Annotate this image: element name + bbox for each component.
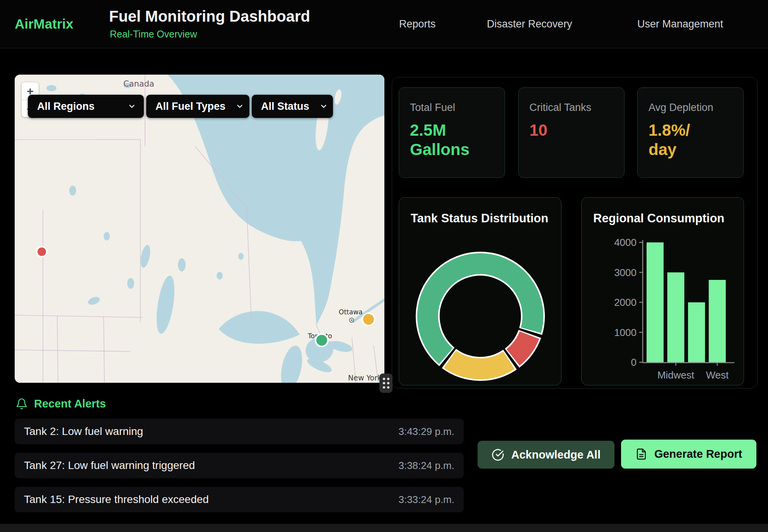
bar-0	[647, 242, 664, 362]
map-lake	[69, 186, 76, 196]
stat-value-line1: 2.5M	[410, 121, 505, 140]
bar-1	[667, 273, 684, 363]
alert-time: 3:43:29 p.m.	[398, 426, 454, 438]
bar-xtick-label: West	[706, 369, 729, 381]
filter-regions-value: All Regions	[37, 101, 95, 113]
donut-chart-title: Tank Status Distribution	[411, 211, 548, 225]
bar-chart-title: Regional Consumption	[593, 211, 724, 225]
bar-ytick-label: 4000	[614, 237, 637, 248]
stat-value-line2: day	[649, 140, 743, 159]
map-label-canada: Canada	[123, 79, 154, 89]
alert-row[interactable]: Tank 15: Pressure threshold exceeded 3:3…	[15, 487, 464, 512]
map-marker-critical[interactable]	[37, 247, 47, 257]
page-subtitle: Real-Time Overview	[110, 29, 197, 40]
alert-time: 3:33:24 p.m.	[398, 494, 454, 506]
filter-regions-dropdown[interactable]: All Regions	[28, 95, 144, 118]
map-lake	[238, 253, 244, 260]
nav-disaster-recovery[interactable]: Disaster Recovery	[487, 0, 572, 48]
check-circle-icon	[492, 448, 504, 461]
bar-ytick-label: 0	[631, 356, 637, 368]
filter-fueltypes-dropdown[interactable]: All Fuel Types	[146, 95, 249, 118]
stat-card-total-fuel: Total Fuel 2.5M Gallons	[399, 87, 505, 178]
stat-value-line1: 10	[529, 121, 624, 140]
alert-message: Tank 2: Low fuel warning	[24, 425, 143, 438]
map-lake	[217, 272, 223, 280]
stat-label: Avg Depletion	[649, 102, 743, 114]
map-lake	[104, 232, 110, 240]
map-resize-handle[interactable]	[379, 373, 393, 393]
generate-report-label: Generate Report	[654, 448, 742, 460]
bar-ytick-label: 2000	[614, 297, 637, 308]
bell-icon	[15, 398, 28, 410]
metrics-panel: Total Fuel 2.5M Gallons Critical Tanks 1…	[392, 77, 758, 389]
bar-ytick-label: 1000	[614, 327, 637, 338]
stat-card-avg-depletion: Avg Depletion 1.8%/ day	[637, 87, 744, 178]
stat-value-line2: Gallons	[410, 140, 505, 159]
map-label-ottawa: Ottawa	[339, 308, 362, 316]
chevron-down-icon	[319, 102, 328, 111]
dashboard-page: AirMatrix Fuel Monitoring Dashboard Real…	[0, 0, 768, 532]
map-filters: All Regions All Fuel Types All Status	[28, 95, 333, 118]
bar-ytick-label: 3000	[614, 267, 637, 278]
donut-chart-card: Tank Status Distribution	[399, 197, 561, 385]
acknowledge-all-label: Acknowledge All	[511, 448, 601, 461]
map-canvas[interactable]: Canada Ottawa Toronto New York	[15, 75, 384, 383]
chevron-down-icon	[236, 102, 244, 111]
map-panel[interactable]: Canada Ottawa Toronto New York + − All R…	[15, 75, 384, 383]
donut-segment-warning	[450, 359, 509, 369]
page-title: Fuel Monitoring Dashboard	[109, 8, 310, 25]
bar-xtick-label: Midwest	[657, 369, 695, 381]
bottom-bar	[0, 524, 768, 532]
map-marker-warning[interactable]	[362, 313, 375, 326]
tank-status-donut-chart	[399, 198, 562, 386]
map-city-dot-inner	[351, 319, 352, 321]
alert-row[interactable]: Tank 27: Low fuel warning triggered 3:38…	[15, 453, 464, 478]
alert-message: Tank 15: Pressure threshold exceeded	[24, 493, 209, 506]
nav-user-management[interactable]: User Management	[637, 0, 723, 48]
stat-label: Critical Tanks	[529, 102, 624, 114]
stat-value-line1: 1.8%/	[649, 121, 743, 140]
acknowledge-all-button[interactable]: Acknowledge All	[478, 441, 614, 469]
alerts-title: Recent Alerts	[34, 397, 106, 410]
alert-row[interactable]: Tank 2: Low fuel warning 3:43:29 p.m.	[15, 419, 464, 444]
map-label-newyork: New York	[348, 373, 382, 382]
stat-label: Total Fuel	[410, 102, 505, 114]
filter-fueltypes-value: All Fuel Types	[155, 101, 225, 113]
alert-message: Tank 27: Low fuel warning triggered	[24, 459, 195, 472]
nav-reports[interactable]: Reports	[399, 0, 436, 48]
stat-card-critical-tanks: Critical Tanks 10	[518, 87, 625, 178]
generate-report-button[interactable]: Generate Report	[621, 440, 756, 469]
map-marker-normal[interactable]	[316, 334, 328, 346]
filter-status-value: All Status	[261, 101, 309, 113]
chevron-down-icon	[128, 102, 136, 111]
header: AirMatrix Fuel Monitoring Dashboard Real…	[0, 0, 768, 48]
brand-logo: AirMatrix	[15, 0, 73, 48]
map-lake	[127, 278, 134, 289]
bar-2	[688, 302, 705, 362]
map-lake	[46, 85, 56, 91]
alert-time: 3:38:24 p.m.	[398, 460, 454, 472]
map-lake	[178, 258, 186, 271]
filter-status-dropdown[interactable]: All Status	[252, 95, 333, 118]
alerts-header: Recent Alerts	[15, 397, 106, 410]
bar-chart-card: Regional Consumption 01000200030004000Mi…	[581, 197, 744, 385]
bar-3	[709, 280, 726, 362]
report-document-icon	[635, 448, 647, 460]
regional-consumption-bar-chart: 01000200030004000MidwestWest	[582, 198, 744, 386]
